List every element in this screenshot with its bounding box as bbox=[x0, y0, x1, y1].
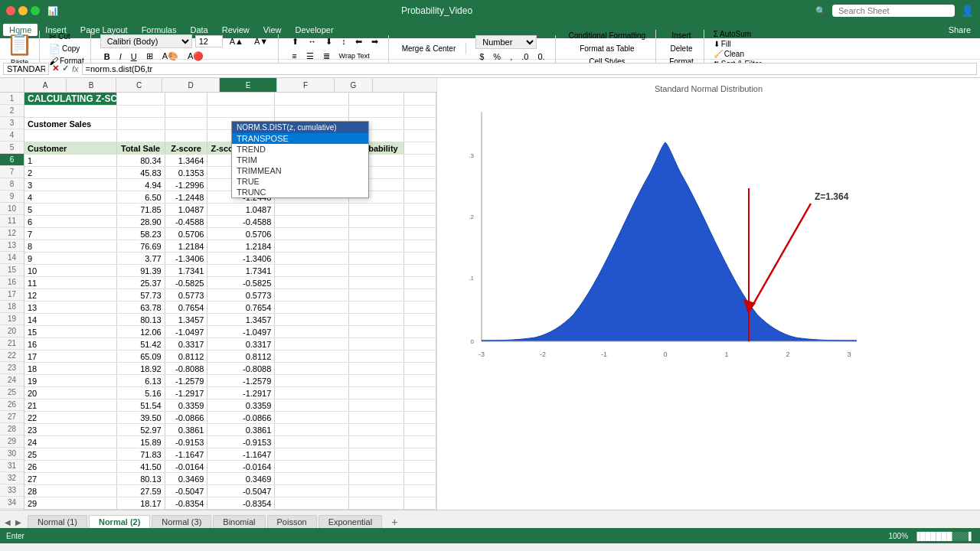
cell-b9[interactable]: 6.50 bbox=[116, 191, 165, 204]
align-left-button[interactable]: ≡ bbox=[288, 50, 300, 62]
cell-d23[interactable]: -0.8088 bbox=[207, 363, 275, 375]
cell-d29[interactable]: -0.9153 bbox=[207, 436, 275, 448]
cell-a19[interactable]: 14 bbox=[24, 314, 116, 326]
cell-f25[interactable] bbox=[349, 387, 404, 399]
cell-g5[interactable] bbox=[403, 142, 436, 155]
cell-g35[interactable] bbox=[403, 510, 436, 510]
cell-e21[interactable] bbox=[275, 338, 349, 350]
autocomplete-dropdown[interactable]: NORM.S.DIST(z, cumulative) TRANSPOSE TRE… bbox=[231, 121, 369, 198]
cell-c17[interactable]: 0.5773 bbox=[165, 289, 207, 302]
clear-button[interactable]: 🧹Clean bbox=[714, 50, 762, 58]
cell-c22[interactable]: 0.8112 bbox=[165, 350, 207, 363]
autocomplete-item-transpose[interactable]: TRANSPOSE bbox=[232, 133, 368, 144]
cell-b26[interactable]: 51.54 bbox=[116, 399, 165, 412]
cell-a35[interactable]: 30 bbox=[24, 510, 116, 510]
cell-b35[interactable]: 96.22 bbox=[116, 510, 165, 510]
cell-f15[interactable] bbox=[349, 265, 404, 277]
cell-g12[interactable] bbox=[403, 228, 436, 240]
confirm-formula-button[interactable]: ✓ bbox=[62, 64, 69, 73]
close-button[interactable] bbox=[6, 6, 15, 15]
cell-g29[interactable] bbox=[403, 436, 436, 448]
cell-b2[interactable] bbox=[116, 106, 165, 118]
tab-scroll-left[interactable]: ◀ bbox=[3, 517, 12, 528]
conditional-formatting-button[interactable]: Conditional Formatting bbox=[565, 30, 650, 41]
add-sheet-button[interactable]: + bbox=[387, 516, 402, 528]
cell-b16[interactable]: 25.37 bbox=[116, 277, 165, 289]
cell-d24[interactable]: -1.2579 bbox=[207, 375, 275, 387]
cell-e22[interactable] bbox=[275, 350, 349, 363]
cell-c15[interactable]: 1.7341 bbox=[165, 265, 207, 277]
decrease-font-button[interactable]: A▼ bbox=[250, 35, 272, 47]
cell-g14[interactable] bbox=[403, 253, 436, 265]
zoom-slider[interactable]: ▐██████░░░▌ bbox=[914, 532, 974, 540]
cell-b21[interactable]: 51.42 bbox=[116, 338, 165, 350]
cell-g4[interactable] bbox=[403, 130, 436, 142]
cell-d31[interactable]: -0.0164 bbox=[207, 461, 275, 473]
align-right-button[interactable]: ≣ bbox=[319, 50, 334, 63]
cell-c31[interactable]: -0.0164 bbox=[165, 461, 207, 473]
cell-a11[interactable]: 6 bbox=[24, 216, 116, 228]
cell-b17[interactable]: 57.73 bbox=[116, 289, 165, 302]
col-header-d[interactable]: D bbox=[162, 78, 220, 92]
cell-a9[interactable]: 4 bbox=[24, 191, 116, 204]
cell-g19[interactable] bbox=[403, 314, 436, 326]
cell-g27[interactable] bbox=[403, 412, 436, 424]
col-header-c[interactable]: C bbox=[116, 78, 162, 92]
col-header-b[interactable]: B bbox=[67, 78, 116, 92]
cell-e24[interactable] bbox=[275, 375, 349, 387]
cell-f1[interactable] bbox=[349, 93, 404, 106]
cell-a27[interactable]: 22 bbox=[24, 412, 116, 424]
cell-d32[interactable]: 0.3469 bbox=[207, 473, 275, 485]
cell-b27[interactable]: 39.50 bbox=[116, 412, 165, 424]
cell-g26[interactable] bbox=[403, 399, 436, 412]
cell-e11[interactable] bbox=[275, 216, 349, 228]
cell-g3[interactable] bbox=[403, 118, 436, 130]
cell-b25[interactable]: 5.16 bbox=[116, 387, 165, 399]
cell-b22[interactable]: 65.09 bbox=[116, 350, 165, 363]
cancel-formula-button[interactable]: ✕ bbox=[52, 64, 59, 73]
cell-a30[interactable]: 25 bbox=[24, 448, 116, 461]
cell-f11[interactable] bbox=[349, 216, 404, 228]
cell-f30[interactable] bbox=[349, 448, 404, 461]
cell-e35[interactable] bbox=[275, 510, 349, 510]
align-top-button[interactable]: ⬆ bbox=[288, 35, 302, 48]
cell-b7[interactable]: 45.83 bbox=[116, 167, 165, 179]
cell-g13[interactable] bbox=[403, 240, 436, 253]
underline-button[interactable]: U bbox=[127, 51, 141, 63]
tab-poisson[interactable]: Poisson bbox=[267, 515, 317, 528]
cell-c35[interactable]: 1.9038 bbox=[165, 510, 207, 510]
cell-d11[interactable]: -0.4588 bbox=[207, 216, 275, 228]
cell-e20[interactable] bbox=[275, 326, 349, 338]
cell-e17[interactable] bbox=[275, 289, 349, 302]
cell-c4[interactable] bbox=[165, 130, 207, 142]
cell-b20[interactable]: 12.06 bbox=[116, 326, 165, 338]
text-direction-button[interactable]: ↕ bbox=[338, 35, 350, 48]
tab-normal-1[interactable]: Normal (1) bbox=[28, 515, 87, 528]
cell-a13[interactable]: 8 bbox=[24, 240, 116, 253]
col-header-e[interactable]: E bbox=[220, 78, 277, 92]
cell-a34[interactable]: 29 bbox=[24, 497, 116, 510]
tab-normal-2[interactable]: Normal (2) bbox=[89, 515, 150, 528]
cell-c7[interactable]: 0.1353 bbox=[165, 167, 207, 179]
increase-decimal-button[interactable]: .0 bbox=[518, 51, 532, 63]
cell-g30[interactable] bbox=[403, 448, 436, 461]
cell-a32[interactable]: 27 bbox=[24, 473, 116, 485]
cell-a8[interactable]: 3 bbox=[24, 179, 116, 191]
cell-e25[interactable] bbox=[275, 387, 349, 399]
cell-a16[interactable]: 11 bbox=[24, 277, 116, 289]
cell-f26[interactable] bbox=[349, 399, 404, 412]
cell-f29[interactable] bbox=[349, 436, 404, 448]
cell-d30[interactable]: -1.1647 bbox=[207, 448, 275, 461]
cell-a28[interactable]: 23 bbox=[24, 424, 116, 436]
cell-d17[interactable]: 0.5773 bbox=[207, 289, 275, 302]
cell-c30[interactable]: -1.1647 bbox=[165, 448, 207, 461]
cell-d33[interactable]: -0.5047 bbox=[207, 485, 275, 497]
indent-decrease-button[interactable]: ⬅ bbox=[351, 35, 366, 48]
cell-c6[interactable]: 1.3464 bbox=[165, 155, 207, 167]
cell-d35[interactable]: 1.9038 bbox=[207, 510, 275, 510]
tab-exponential[interactable]: Exponential bbox=[318, 515, 383, 528]
cell-b10[interactable]: 71.85 bbox=[116, 204, 165, 216]
cell-e34[interactable] bbox=[275, 497, 349, 510]
cell-f28[interactable] bbox=[349, 424, 404, 436]
thousands-button[interactable]: , bbox=[506, 51, 516, 63]
